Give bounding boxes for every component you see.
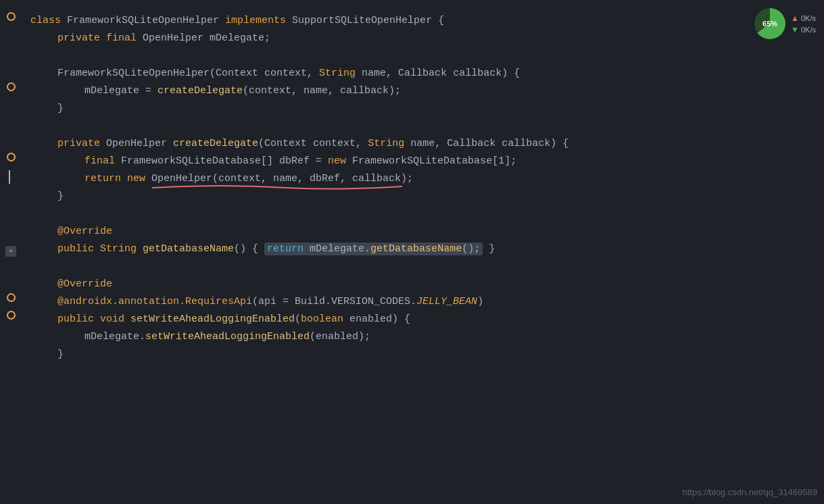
code-line-9: final FrameworkSQLiteDatabase[] dbRef = … <box>30 153 810 170</box>
upload-arrow-icon: ▲ <box>791 14 799 23</box>
net-stats-panel: ▲ 0K/s ▼ 0K/s <box>791 14 816 34</box>
code-line-13: @Override <box>30 223 810 241</box>
code-line-5: mDelegate = createDelegate(context, name… <box>30 82 810 100</box>
code-lines: class FrameworkSQLiteOpenHelper implemen… <box>10 12 810 363</box>
upload-value: 0K/s <box>801 14 816 22</box>
gutter-decoration: + <box>0 0 24 504</box>
code-line-7-blank <box>30 118 810 135</box>
code-content: + class FrameworkSQLiteOpenHelper implem… <box>0 0 824 377</box>
download-stat: ▼ 0K/s <box>791 25 816 34</box>
download-arrow-icon: ▼ <box>791 25 799 34</box>
cpu-circle: 65% <box>754 8 785 39</box>
code-editor: 65% ▲ 0K/s ▼ 0K/s + <box>0 0 824 504</box>
upload-stat: ▲ 0K/s <box>791 14 816 23</box>
code-line-18: public void setWriteAheadLoggingEnabled(… <box>30 311 810 328</box>
code-line-3-blank <box>30 47 810 65</box>
code-line-20: } <box>30 346 810 363</box>
attribution-text: https://blog.csdn.net/qq_31469589 <box>683 487 818 497</box>
code-line-2: private final OpenHelper mDelegate; <box>30 30 810 47</box>
code-line-16: @Override <box>30 276 810 293</box>
code-line-4: FrameworkSQLiteOpenHelper(Context contex… <box>30 65 810 82</box>
code-line-8: private OpenHelper createDelegate(Contex… <box>30 135 810 153</box>
code-line-14: public String getDatabaseName() { return… <box>30 241 810 258</box>
network-widget[interactable]: 65% ▲ 0K/s ▼ 0K/s <box>754 8 816 39</box>
code-line-10: return new OpenHelper(context, name, dbR… <box>30 170 810 188</box>
code-line-12-blank <box>30 205 810 223</box>
code-line-19: mDelegate.setWriteAheadLoggingEnabled(en… <box>30 328 810 346</box>
code-line-1: class FrameworkSQLiteOpenHelper implemen… <box>30 12 810 30</box>
code-line-15-blank <box>30 258 810 276</box>
code-line-11: } <box>30 188 810 205</box>
code-line-6: } <box>30 100 810 118</box>
percentage-label: 65% <box>762 20 777 28</box>
code-line-17: @androidx.annotation.RequiresApi(api = B… <box>30 293 810 311</box>
download-value: 0K/s <box>801 26 816 34</box>
